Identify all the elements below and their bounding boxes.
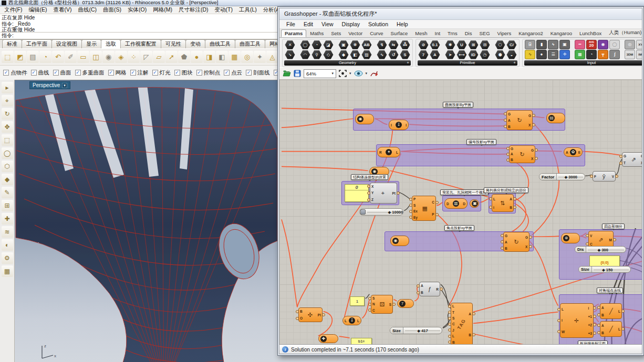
rhino-menu-item-2[interactable]: 查看(V) [50, 6, 75, 14]
palette-chip-icon[interactable]: ∫ [609, 50, 620, 59]
port-G[interactable]: G [505, 234, 507, 238]
gh-tab-11[interactable]: Vipers [494, 29, 515, 37]
port-S[interactable]: S [372, 296, 375, 300]
zoom-extents-icon[interactable] [339, 70, 347, 77]
sidebar-icon-6[interactable]: ⬡ [2, 161, 13, 172]
gh-node-param[interactable]: ▣ [470, 199, 479, 208]
gh-tab-6[interactable]: Mesh [411, 29, 431, 37]
palette-hex-icon[interactable]: ◷ [480, 50, 490, 59]
port-C[interactable]: C [590, 242, 593, 246]
port-A[interactable]: A [508, 119, 511, 122]
palette-hex-icon[interactable]: ✕ [285, 40, 295, 49]
port-i[interactable]: i [588, 306, 592, 310]
palette-chip-icon[interactable]: 3DM [625, 50, 635, 59]
port-G[interactable]: G [508, 112, 511, 116]
palette-hex-icon[interactable]: ◆ [338, 50, 349, 59]
preview-eye-icon[interactable] [354, 70, 363, 77]
port-S[interactable]: S [413, 204, 418, 207]
port-i[interactable]: i [493, 206, 495, 209]
gh-tab-5[interactable]: Surface [387, 29, 412, 37]
port-X[interactable]: X [525, 245, 528, 249]
wire[interactable] [583, 152, 620, 155]
palette-hex-icon[interactable]: ⊡ [480, 40, 490, 49]
gh-node-data-param[interactable]: D▥D [444, 198, 468, 209]
gh-panel[interactable]: b1= [351, 338, 372, 345]
port-G[interactable]: G [525, 236, 528, 239]
port-L[interactable]: L [452, 334, 455, 338]
canvas-group-1[interactable] [376, 144, 585, 166]
sidebar-icon-3[interactable]: ✥ [2, 121, 13, 133]
wire[interactable] [443, 313, 449, 328]
palette-chip-icon[interactable]: ▦ [575, 50, 585, 59]
wire[interactable] [530, 241, 558, 306]
rhino-tool-icon-19[interactable]: ◎ [241, 51, 253, 63]
wire[interactable] [473, 312, 558, 324]
palette-hex-icon[interactable]: ◔ [311, 40, 322, 49]
rhino-tool-icon-15[interactable]: ● [191, 51, 203, 63]
port-B[interactable]: B [452, 340, 455, 344]
gh-node-param[interactable]: A✿E [564, 147, 583, 157]
port-A[interactable]: A [566, 151, 568, 154]
rhino-tool-icon-6[interactable]: ▭ [77, 51, 89, 63]
checkbox-曲面[interactable]: ✓ [53, 70, 59, 76]
gh-node-orient[interactable]: GAB↻GX [503, 232, 529, 252]
gh-menu-view[interactable]: View [317, 21, 338, 27]
port-A[interactable]: A [511, 152, 513, 156]
gh-menu-solution[interactable]: Solution [364, 21, 392, 27]
rhino-menu-item-8[interactable]: 变动(T) [212, 6, 236, 14]
filter-剖面线[interactable]: ✓剖面线 [246, 69, 270, 77]
sidebar-icon-8[interactable]: ✎ [2, 187, 13, 198]
palette-chip-icon[interactable]: ▮ [536, 40, 547, 49]
preview-caret-icon[interactable]: ▾ [366, 71, 368, 76]
gh-panel[interactable]: 1 [350, 296, 365, 306]
wire[interactable] [282, 219, 297, 307]
gh-node-flatten-tree[interactable]: I↧I [389, 120, 409, 130]
rhino-tab-6[interactable]: 可见性 [161, 39, 186, 48]
palette-chip-icon[interactable]: XYZ [636, 40, 642, 49]
canvas-group-0[interactable] [353, 109, 565, 131]
slider-track[interactable]: ◆ 300 [586, 247, 626, 252]
slider-track[interactable]: ◆ 417 [403, 327, 442, 334]
port-W[interactable]: W [562, 330, 565, 334]
port-B[interactable]: B [511, 158, 513, 162]
palette-hex-icon[interactable]: ◪ [323, 40, 334, 49]
palette-hex-icon[interactable]: S [400, 50, 410, 59]
port-A[interactable]: A [505, 240, 507, 244]
palette-hex-icon[interactable]: U [456, 40, 467, 49]
gh-node-relative-items[interactable]: LiW✛i+1+2+3 [560, 303, 594, 338]
checkbox-网格[interactable]: ✓ [108, 70, 114, 76]
palette-hex-icon[interactable]: ◧ [350, 50, 360, 59]
rhino-tab-9[interactable]: 曲面工具 [235, 39, 265, 48]
palette-hex-icon[interactable]: ⟷ [456, 50, 467, 59]
gh-node-orient[interactable]: GAB↻GX [509, 145, 535, 163]
checkbox-点云[interactable]: ✓ [224, 70, 230, 76]
palette-expand-icon[interactable]: + [513, 60, 516, 65]
rhino-menu-item-7[interactable]: 尺寸标注(D) [175, 6, 212, 14]
canvas-label-6[interactable]: 四边形细分 [602, 223, 625, 229]
gh-node-expression[interactable]: ABƒR [419, 282, 440, 296]
gh-menu-file[interactable]: File [282, 21, 299, 27]
canvas-label-7[interactable]: 对角端点连线 [597, 288, 623, 293]
canvas-label-2[interactable]: 结构体连接型的设置 [351, 174, 388, 180]
port-Y[interactable]: Y [371, 191, 373, 195]
palette-hex-icon[interactable]: A [430, 50, 440, 59]
port-I[interactable]: I [391, 123, 392, 127]
port-V[interactable]: V [590, 234, 593, 238]
palette-hex-icon[interactable]: ⊘ [418, 40, 429, 49]
open-file-icon[interactable] [283, 70, 291, 77]
port-D[interactable]: D [463, 202, 465, 206]
port-i[interactable]: i [562, 318, 565, 322]
port-T[interactable]: T [452, 311, 455, 314]
port-E[interactable]: E [578, 151, 580, 154]
rhino-tab-7[interactable]: 变动 [185, 39, 205, 48]
gh-node-partition-list[interactable]: Li⇅AB [492, 194, 514, 212]
palette-chip-icon[interactable]: ┳ [598, 50, 608, 59]
gh-node-geometry-param[interactable]: ▤ [546, 113, 565, 123]
sidebar-icon-10[interactable]: ✚ [2, 213, 13, 225]
gh-node-unit-y[interactable]: FŷV [593, 171, 616, 182]
gh-node-param[interactable]: ⊗ [561, 233, 580, 243]
port-B[interactable]: B [601, 313, 604, 317]
gh-menu-help[interactable]: Help [392, 21, 412, 27]
filter-图块[interactable]: ✓图块 [174, 69, 193, 77]
port-F[interactable]: F [594, 175, 596, 178]
